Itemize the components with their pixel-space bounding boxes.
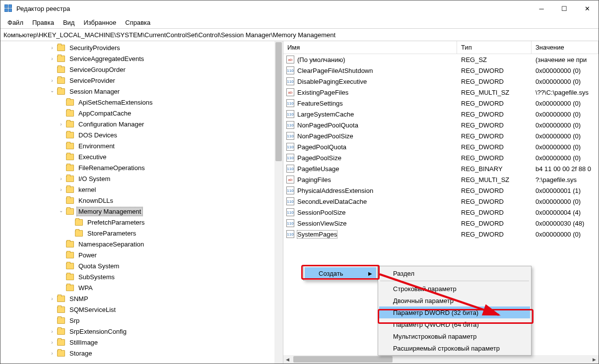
menu-item-label: Мультистроковый параметр <box>393 333 477 340</box>
value-data: 0x00000000 (0) <box>532 121 599 129</box>
column-value[interactable]: Значение <box>532 41 599 54</box>
tree-node[interactable]: NamespaceSeparation <box>0 239 283 249</box>
value-type: REG_DWORD <box>457 187 532 194</box>
value-row[interactable]: 110LargeSystemCacheREG_DWORD0x00000000 (… <box>283 109 599 120</box>
value-row[interactable]: 110SessionViewSizeREG_DWORD0x00000030 (4… <box>283 218 599 229</box>
value-row[interactable]: abExistingPageFilesREG_MULTI_SZ\??\C:\pa… <box>283 87 599 98</box>
expander-icon[interactable] <box>57 175 65 182</box>
address-bar[interactable]: Компьютер\HKEY_LOCAL_MACHINE\SYSTEM\Curr… <box>0 28 599 41</box>
cell-name: 110SessionPoolSize <box>283 208 457 216</box>
tree-node[interactable]: SecurityProviders <box>0 42 283 53</box>
expander-icon[interactable] <box>48 338 56 346</box>
tree-node-label: Configuration Manager <box>77 120 145 128</box>
tree-node[interactable]: kernel <box>0 184 283 195</box>
value-row[interactable]: abPagingFilesREG_MULTI_SZ?:\pagefile.sys <box>283 174 599 185</box>
expander-spacer <box>57 196 65 204</box>
menu-item-string[interactable]: Строковый параметр <box>379 283 530 295</box>
tree-node[interactable]: ApiSetSchemaExtensions <box>0 97 283 108</box>
expander-icon[interactable] <box>57 120 65 128</box>
expander-spacer <box>57 240 65 248</box>
menu-help[interactable]: Справка <box>121 17 154 28</box>
tree-node-label: SNMP <box>68 295 90 303</box>
tree-scrollbar[interactable] <box>274 41 283 364</box>
tree-node[interactable]: ServiceAggregatedEvents <box>0 53 283 64</box>
hscroll-thumb[interactable] <box>293 356 393 363</box>
menu-view[interactable]: Вид <box>59 17 79 28</box>
tree-node[interactable]: Session Manager <box>0 86 283 97</box>
maximize-button[interactable]: ☐ <box>553 0 576 16</box>
menu-item-qword[interactable]: Параметр QWORD (64 бита) <box>379 318 530 330</box>
close-button[interactable]: ✕ <box>576 0 599 16</box>
tree-node[interactable]: SrpExtensionConfig <box>0 326 283 337</box>
menu-edit[interactable]: Правка <box>28 17 58 28</box>
tree-node[interactable]: KnownDLLs <box>0 195 283 206</box>
value-row[interactable]: 110SystemPagesREG_DWORD0x00000000 (0) <box>283 229 599 240</box>
expander-icon[interactable] <box>48 55 56 62</box>
tree-node[interactable]: StoreParameters <box>0 228 283 239</box>
tree-node[interactable]: AppCompatCache <box>0 108 283 119</box>
scroll-right-icon[interactable]: ▶ <box>590 355 599 364</box>
menu-item-create[interactable]: Создать ▶ <box>305 267 376 279</box>
value-row[interactable]: 110NonPagedPoolSizeREG_DWORD0x00000000 (… <box>283 130 599 141</box>
value-row[interactable]: 110ClearPageFileAtShutdownREG_DWORD0x000… <box>283 65 599 76</box>
value-row[interactable]: 110PagedPoolQuotaREG_DWORD0x00000000 (0) <box>283 141 599 152</box>
menu-favorites[interactable]: Избранное <box>79 17 120 28</box>
value-row[interactable]: 110NonPagedPoolQuotaREG_DWORD0x00000000 … <box>283 120 599 130</box>
minimize-button[interactable]: ─ <box>530 0 553 16</box>
tree-node[interactable]: StillImage <box>0 337 283 348</box>
tree-node[interactable]: Memory Management <box>0 206 283 217</box>
value-row[interactable]: ab(По умолчанию)REG_SZ(значение не при <box>283 54 599 65</box>
scroll-left-icon[interactable]: ◀ <box>283 355 292 364</box>
menu-item-dword[interactable]: Параметр DWORD (32 бита) <box>379 306 530 318</box>
menu-item-key[interactable]: Раздел <box>379 267 530 279</box>
tree-node[interactable]: PrefetchParameters <box>0 217 283 228</box>
expander-spacer <box>57 98 65 106</box>
expander-icon[interactable] <box>48 295 56 303</box>
tree-node[interactable]: Storage <box>0 348 283 359</box>
tree-scrollbar-thumb[interactable] <box>275 42 282 161</box>
tree-node[interactable]: Quota System <box>0 260 283 271</box>
expander-icon[interactable] <box>48 87 56 95</box>
value-row[interactable]: 110DisablePagingExecutiveREG_DWORD0x0000… <box>283 76 599 87</box>
tree-node[interactable]: Environment <box>0 140 283 151</box>
expander-icon[interactable] <box>57 207 65 215</box>
value-name: NonPagedPoolSize <box>297 132 353 140</box>
tree-node[interactable]: WPA <box>0 282 283 293</box>
value-row[interactable]: 110PagefileUsageREG_BINARYb4 11 00 00 2f… <box>283 163 599 174</box>
tree-node[interactable]: SubSystems <box>0 271 283 282</box>
cell-name: 110PagefileUsage <box>283 165 457 173</box>
menu-item-binary[interactable]: Двоичный параметр <box>379 295 530 306</box>
expander-icon[interactable] <box>48 44 56 52</box>
value-row[interactable]: 110FeatureSettingsREG_DWORD0x00000000 (0… <box>283 98 599 109</box>
menu-item-multistring[interactable]: Мультистроковый параметр <box>379 330 530 342</box>
value-data: 0x00000000 (0) <box>532 100 599 107</box>
horizontal-scrollbar[interactable]: ◀ ▶ <box>283 355 599 364</box>
tree-node[interactable]: ServiceGroupOrder <box>0 64 283 75</box>
registry-tree[interactable]: SecurityProvidersServiceAggregatedEvents… <box>0 41 283 359</box>
expander-spacer <box>48 316 56 324</box>
menu-item-expandstring[interactable]: Расширяемый строковый параметр <box>379 342 530 354</box>
tree-node[interactable]: SNMP <box>0 293 283 304</box>
value-row[interactable]: 110SessionPoolSizeREG_DWORD0x00000004 (4… <box>283 207 599 218</box>
tree-node[interactable]: FileRenameOperations <box>0 162 283 173</box>
value-row[interactable]: 110SecondLevelDataCacheREG_DWORD0x000000… <box>283 196 599 207</box>
tree-node[interactable]: SQMServiceList <box>0 304 283 315</box>
value-row[interactable]: 110PhysicalAddressExtensionREG_DWORD0x00… <box>283 185 599 196</box>
tree-node[interactable]: I/O System <box>0 173 283 184</box>
tree-node[interactable]: Executive <box>0 151 283 162</box>
menu-file[interactable]: Файл <box>3 17 27 28</box>
column-type[interactable]: Тип <box>457 41 532 54</box>
tree-node[interactable]: Configuration Manager <box>0 119 283 129</box>
value-type: REG_DWORD <box>457 121 532 129</box>
value-row[interactable]: 110PagedPoolSizeREG_DWORD0x00000000 (0) <box>283 152 599 163</box>
tree-node[interactable]: DOS Devices <box>0 129 283 140</box>
column-name[interactable]: Имя <box>283 41 457 54</box>
value-data: b4 11 00 00 2f 88 0 <box>532 165 599 173</box>
expander-icon[interactable] <box>57 185 65 193</box>
tree-node[interactable]: Power <box>0 249 283 260</box>
expander-icon[interactable] <box>48 327 56 335</box>
tree-node[interactable]: Srp <box>0 315 283 326</box>
expander-icon[interactable] <box>48 349 56 357</box>
expander-icon[interactable] <box>48 76 56 84</box>
tree-node[interactable]: ServiceProvider <box>0 75 283 86</box>
